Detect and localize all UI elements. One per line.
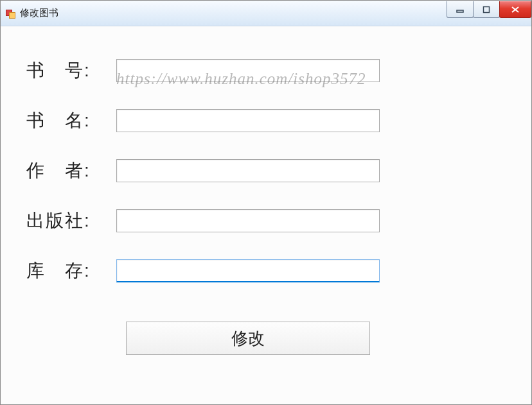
row-stock: 库 存:: [26, 259, 506, 283]
row-author: 作 者:: [26, 159, 506, 183]
submit-button[interactable]: 修改: [126, 322, 370, 355]
input-book-name[interactable]: [116, 109, 380, 132]
input-publisher[interactable]: [116, 209, 380, 232]
input-stock[interactable]: [116, 259, 380, 282]
maximize-button[interactable]: [473, 1, 500, 18]
close-icon: [511, 6, 520, 13]
title-bar[interactable]: 修改图书: [1, 1, 531, 26]
label-publisher: 出版社:: [26, 209, 116, 233]
input-author[interactable]: [116, 159, 380, 182]
edit-book-form: 书 号: 书 名: 作 者: 出版社: 库 存: 修改: [26, 58, 506, 355]
row-publisher: 出版社:: [26, 209, 506, 233]
label-book-name: 书 名:: [26, 108, 116, 133]
maximize-icon: [483, 6, 490, 13]
window-title: 修改图书: [20, 7, 58, 19]
minimize-icon: [456, 6, 464, 13]
app-icon: [6, 8, 16, 19]
client-area: https://www.huzhan.com/ishop3572 书 号: 书 …: [1, 26, 531, 404]
svg-rect-1: [484, 6, 490, 12]
input-book-id[interactable]: [116, 59, 380, 82]
row-book-name: 书 名:: [26, 108, 506, 133]
svg-rect-0: [457, 10, 463, 12]
label-stock: 库 存:: [26, 259, 116, 283]
close-button[interactable]: [499, 1, 531, 18]
row-book-id: 书 号:: [26, 58, 506, 83]
window-frame: 修改图书 https://www.huzhan.com/ishop3572 书 …: [0, 0, 532, 405]
label-author: 作 者:: [26, 159, 116, 183]
label-book-id: 书 号:: [26, 58, 116, 83]
window-controls: [447, 1, 531, 26]
minimize-button[interactable]: [447, 1, 474, 18]
button-row: 修改: [116, 322, 380, 355]
